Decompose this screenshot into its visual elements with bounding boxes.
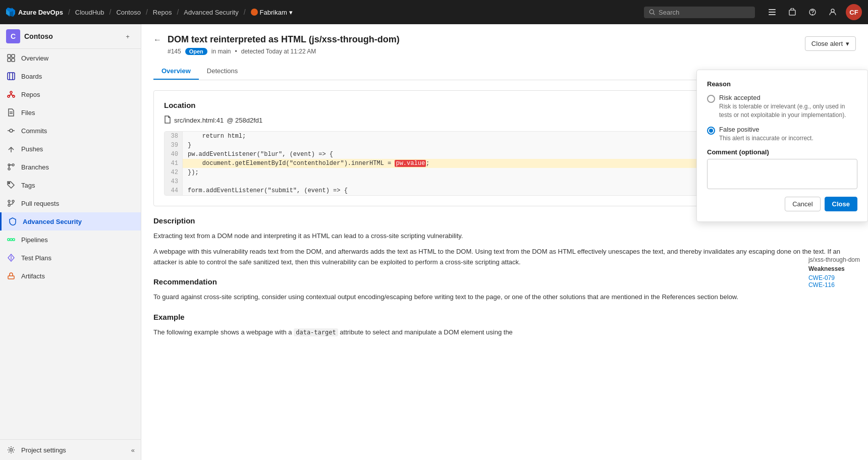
svg-rect-9 [8,54,11,58]
page-meta: #145 Open in main • detected Today at 11… [168,48,799,55]
sidebar-label-commits: Commits [21,127,47,135]
sidebar-item-repos[interactable]: Repos [0,85,141,103]
close-alert-button[interactable]: Close alert ▾ [805,36,856,51]
project-settings-label: Project settings [21,446,66,454]
topnav: Azure DevOps / CloudHub / Contoso / Repo… [0,0,868,24]
recommendation-section: Recommendation To guard against cross-si… [153,277,856,303]
svg-rect-12 [12,59,15,62]
tags-icon [6,180,16,190]
help-icon[interactable] [805,5,820,19]
add-project-button[interactable]: + [121,29,135,43]
detected-time: detected Today at 11:22 AM [241,48,316,55]
sidebar-item-files[interactable]: Files [0,103,141,122]
search-bar[interactable]: Search [644,7,755,18]
breadcrumb-advanced-security[interactable]: Advanced Security [184,9,238,16]
risk-accepted-radio[interactable] [707,95,715,103]
svg-point-8 [831,9,834,12]
sidebar-item-pull-requests[interactable]: Pull requests [0,194,141,212]
svg-point-34 [8,204,10,206]
sidebar-label-tags: Tags [21,182,35,189]
page-title: DOM text reinterpreted as HTML (js/xss-t… [168,34,799,45]
sidebar-label-artifacts: Artifacts [21,272,45,280]
example-section: Example The following example shows a we… [153,313,856,338]
comment-textarea[interactable] [707,159,857,189]
sidebar: C Contoso + Overview Boards Repos [0,24,141,460]
azure-devops-logo[interactable]: Azure DevOps [6,8,63,17]
cancel-button[interactable]: Cancel [785,197,820,211]
sidebar-item-branches[interactable]: Branches [0,158,141,176]
sidebar-item-advanced-security[interactable]: Advanced Security [0,212,141,231]
close-alert-panel-title: Reason [707,80,857,88]
repos-icon [6,89,16,99]
files-icon [6,107,16,118]
list-icon[interactable] [765,5,779,19]
overview-icon [6,53,16,63]
sidebar-item-commits[interactable]: Commits [0,122,141,140]
side-info: js/xss-through-dom Weaknesses CWE-079 CW… [808,256,860,289]
user-icon[interactable] [826,5,840,19]
svg-line-20 [9,95,11,95]
svg-point-7 [812,15,813,15]
breadcrumb-contoso[interactable]: Contoso [116,9,140,16]
sidebar-label-pull-requests: Pull requests [21,200,59,207]
example-text: The following example shows a webpage wi… [153,327,856,338]
sidebar-label-test-plans: Test Plans [21,254,51,262]
svg-rect-39 [13,239,15,241]
pipelines-icon [6,235,16,245]
false-positive-radio[interactable] [707,127,715,135]
sidebar-item-test-plans[interactable]: Test Plans [0,249,141,267]
page-header: ← DOM text reinterpreted as HTML (js/xss… [153,34,856,55]
tab-overview[interactable]: Overview [153,63,199,80]
boards-icon [6,71,16,81]
svg-rect-11 [8,59,11,62]
page-title-block: DOM text reinterpreted as HTML (js/xss-t… [168,34,799,55]
project-brand[interactable]: Fabrikam ▾ [251,9,293,16]
sidebar-item-overview[interactable]: Overview [0,49,141,67]
avatar[interactable]: CF [846,4,862,20]
project-icon: C [6,29,20,43]
sidebar-label-overview: Overview [21,54,48,62]
sidebar-item-artifacts[interactable]: Artifacts [0,267,141,285]
svg-point-33 [8,200,10,202]
svg-rect-3 [769,12,776,13]
advanced-security-icon [8,216,18,226]
store-icon[interactable] [785,5,799,19]
sidebar-label-branches: Branches [21,163,49,171]
sidebar-item-boards[interactable]: Boards [0,67,141,85]
back-button[interactable]: ← [153,35,161,44]
sidebar-item-pushes[interactable]: Pushes [0,140,141,158]
false-positive-desc: This alert is inaccurate or incorrect. [719,134,857,143]
panel-actions: Cancel Close [707,197,857,211]
svg-line-1 [654,13,655,15]
recommendation-text: To guard against cross-site scripting, c… [153,292,856,303]
brand-name: Fabrikam [260,9,287,16]
tab-detections[interactable]: Detections [199,63,246,80]
svg-point-28 [8,168,10,170]
main-content: ← DOM text reinterpreted as HTML (js/xss… [141,24,868,460]
app-layout: C Contoso + Overview Boards Repos [0,24,868,460]
risk-accepted-option[interactable]: Risk accepted Risk is tolerable or irrel… [707,94,857,120]
breadcrumb-repos[interactable]: Repos [153,9,172,16]
close-primary-button[interactable]: Close [825,197,857,211]
sidebar-item-project-settings[interactable]: Project settings « [0,440,141,460]
breadcrumb-cloudhub[interactable]: CloudHub [75,9,104,16]
sidebar-item-pipelines[interactable]: Pipelines [0,231,141,249]
svg-rect-5 [789,10,795,15]
search-placeholder: Search [659,9,679,16]
svg-point-44 [10,449,13,451]
artifacts-icon [6,271,16,281]
cwe-2-link[interactable]: CWE-116 [808,281,860,289]
highlight-span: pw.value [395,160,426,167]
risk-accepted-label: Risk accepted [719,94,857,101]
settings-icon [6,445,16,455]
sidebar-item-tags[interactable]: Tags [0,176,141,194]
svg-rect-13 [8,73,15,80]
svg-point-18 [13,95,15,97]
cwe-1-link[interactable]: CWE-079 [808,274,860,281]
svg-point-30 [12,164,14,166]
at-commit: @ 258d2fd1 [227,117,262,124]
collapse-icon[interactable]: « [131,446,135,454]
pull-requests-icon [6,198,16,208]
desc-para-2: A webpage with this vulnerability reads … [153,247,856,268]
false-positive-option[interactable]: False positive This alert is inaccurate … [707,126,857,143]
